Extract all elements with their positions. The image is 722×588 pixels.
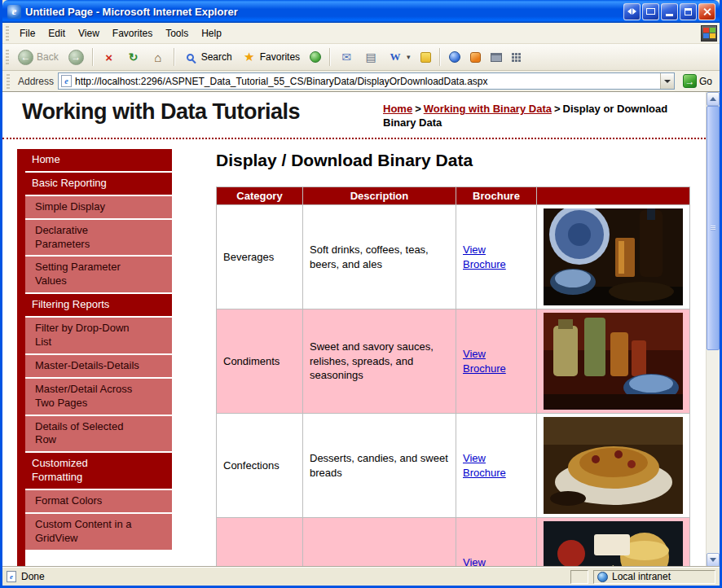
- site-title: Working with Data Tutorials: [22, 99, 300, 125]
- menu-grip[interactable]: [6, 26, 9, 41]
- menu-tools[interactable]: Tools: [159, 24, 195, 42]
- address-dropdown-button[interactable]: [660, 73, 674, 89]
- sidebar-item-format-colors[interactable]: Format Colors: [25, 490, 172, 512]
- main-content: Display / Download Binary Data Category …: [216, 149, 690, 567]
- refresh-button[interactable]: ↻: [121, 47, 146, 67]
- view-brochure-link[interactable]: View Brochure: [463, 555, 513, 567]
- menu-help[interactable]: Help: [195, 24, 228, 42]
- search-icon: [183, 50, 198, 64]
- messenger-button[interactable]: [444, 49, 465, 65]
- back-arrow-icon: ←: [18, 50, 33, 65]
- minimize-button[interactable]: [661, 3, 678, 20]
- sidebar-item-simple-display[interactable]: Simple Display: [25, 196, 172, 218]
- breadcrumb-home-link[interactable]: Home: [383, 103, 412, 115]
- scrollbar-thumb[interactable]: [707, 106, 720, 350]
- breadcrumb-separator: >: [554, 103, 561, 115]
- menu-edit[interactable]: Edit: [42, 24, 72, 42]
- sidebar-nav: Home Basic Reporting Simple Display Decl…: [17, 149, 172, 567]
- windows-logo-icon: [701, 25, 717, 42]
- sidebar-item-master-detail-across-two-pages[interactable]: Master/Detail Across Two Pages: [25, 379, 172, 415]
- maximize-button[interactable]: [680, 3, 697, 20]
- favorites-button[interactable]: ★ Favorites: [237, 47, 305, 67]
- building-icon: [491, 53, 502, 62]
- back-button[interactable]: ← Back: [13, 47, 64, 68]
- confections-photo: [544, 417, 683, 514]
- fullscreen-button[interactable]: [642, 3, 659, 20]
- discuss-button[interactable]: [416, 50, 436, 65]
- keypad-button[interactable]: [507, 50, 526, 64]
- home-button[interactable]: ⌂: [146, 47, 170, 67]
- menu-favorites[interactable]: Favorites: [106, 24, 159, 42]
- title-bar[interactable]: Untitled Page - Microsoft Internet Explo…: [2, 0, 720, 23]
- address-grip[interactable]: [7, 74, 10, 89]
- favorites-star-icon: ★: [242, 50, 257, 64]
- stop-button[interactable]: ×: [97, 47, 121, 67]
- mail-icon: ✉: [339, 50, 354, 64]
- sidebar-item-setting-parameter-values[interactable]: Setting Parameter Values: [25, 257, 172, 292]
- web-page: Working with Data Tutorials Home>Working…: [2, 92, 706, 567]
- sidebar-item-basic-reporting[interactable]: Basic Reporting: [17, 173, 172, 195]
- masthead: Working with Data Tutorials Home>Working…: [2, 92, 706, 139]
- print-button[interactable]: ▤: [359, 47, 383, 67]
- mail-button[interactable]: ✉: [334, 47, 359, 67]
- arrow-down-icon: [710, 558, 716, 565]
- sidebar-item-customized-formatting[interactable]: Customized Formatting: [17, 453, 172, 489]
- dropdown-caret-icon: ▾: [407, 53, 411, 61]
- breadcrumb: Home>Working with Binary Data>Display or…: [383, 103, 706, 130]
- security-zone-pane: Local intranet: [593, 570, 715, 584]
- description-cell: Sweet and savory sauces, relishes, sprea…: [303, 309, 456, 414]
- sidebar-item-filtering-reports[interactable]: Filtering Reports: [17, 294, 172, 316]
- scrollbar-track[interactable]: [707, 106, 720, 553]
- dairy-photo: [544, 521, 683, 567]
- sidebar-item-filter-by-drop-down-list[interactable]: Filter by Drop-Down List: [25, 318, 172, 353]
- view-brochure-link[interactable]: View Brochure: [463, 347, 513, 375]
- address-input[interactable]: [75, 76, 660, 87]
- edit-with-word-button[interactable]: W ▾: [383, 47, 416, 67]
- breadcrumb-section-link[interactable]: Working with Binary Data: [424, 103, 552, 115]
- zone-text: Local intranet: [612, 571, 671, 582]
- sidebar-item-home[interactable]: Home: [17, 149, 172, 171]
- status-bar: Done Local intranet: [2, 567, 720, 586]
- page-heading: Display / Download Binary Data: [216, 151, 690, 170]
- sidebar-item-details-of-selected-row[interactable]: Details of Selected Row: [25, 416, 172, 452]
- go-button[interactable]: → Go: [679, 72, 716, 90]
- breadcrumb-separator: >: [415, 103, 421, 115]
- column-header-category: Category: [217, 187, 303, 205]
- view-brochure-link[interactable]: View Brochure: [463, 451, 513, 480]
- sidebar-item-custom-content-in-a-gridview[interactable]: Custom Content in a GridView: [25, 514, 172, 550]
- view-brochure-link[interactable]: View Brochure: [463, 243, 513, 271]
- status-pane: [570, 570, 588, 584]
- toolbar-grip[interactable]: [6, 50, 9, 64]
- browser-window: Untitled Page - Microsoft Internet Explo…: [0, 0, 722, 588]
- description-cell: Soft drinks, coffees, teas, beers, and a…: [303, 205, 456, 309]
- history-button[interactable]: [305, 49, 326, 65]
- pan-arrows-button[interactable]: [623, 3, 641, 20]
- intranet-zone-icon: [597, 572, 608, 582]
- sidebar-item-master-details-details[interactable]: Master-Details-Details: [25, 355, 172, 377]
- discuss-icon: [420, 52, 431, 63]
- window-controls: [622, 3, 715, 20]
- vertical-scrollbar[interactable]: [706, 92, 720, 567]
- table-row: Condiments Sweet and savory sauces, reli…: [217, 309, 690, 414]
- categories-table: Category Description Brochure Beverages …: [216, 186, 690, 567]
- sites-button[interactable]: [486, 50, 507, 64]
- menu-view[interactable]: View: [72, 24, 106, 42]
- column-header-image: [537, 187, 690, 205]
- table-row: Confections Desserts, candies, and sweet…: [217, 414, 690, 518]
- table-header-row: Category Description Brochure: [217, 187, 690, 205]
- refresh-icon: ↻: [126, 50, 141, 64]
- forward-button[interactable]: →: [64, 47, 89, 68]
- beverages-photo: [544, 208, 683, 305]
- scroll-up-button[interactable]: [707, 92, 720, 106]
- arrow-up-icon: [710, 94, 716, 101]
- scroll-down-button[interactable]: [707, 553, 720, 567]
- research-icon: [470, 52, 481, 63]
- search-button[interactable]: Search: [178, 47, 237, 67]
- research-button[interactable]: [465, 50, 486, 65]
- category-cell: Confections: [217, 414, 303, 518]
- address-input-wrap: [58, 72, 675, 90]
- status-page-icon: [7, 571, 16, 582]
- sidebar-item-declarative-parameters[interactable]: Declarative Parameters: [25, 220, 172, 256]
- close-button[interactable]: [698, 3, 715, 20]
- menu-file[interactable]: File: [13, 24, 42, 42]
